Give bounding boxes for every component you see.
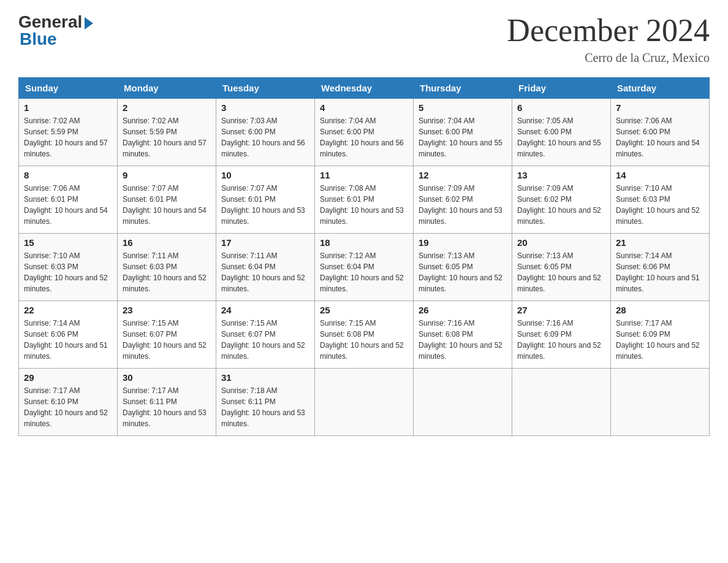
header-thursday: Thursday [414,78,512,99]
day-cell: 16 Sunrise: 7:11 AMSunset: 6:03 PMDaylig… [118,234,216,301]
day-info: Sunrise: 7:07 AMSunset: 6:01 PMDaylight:… [221,184,305,226]
day-cell [611,369,710,436]
day-info: Sunrise: 7:11 AMSunset: 6:04 PMDaylight:… [221,251,305,293]
day-number: 3 [221,102,309,113]
header-monday: Monday [118,78,216,99]
day-number: 24 [221,305,309,315]
location-text: Cerro de la Cruz, Mexico [507,51,710,65]
day-cell: 11 Sunrise: 7:08 AMSunset: 6:01 PMDaylig… [315,166,414,234]
day-cell: 24 Sunrise: 7:15 AMSunset: 6:07 PMDaylig… [216,301,315,369]
day-number: 13 [517,170,605,180]
day-cell [512,369,611,436]
day-info: Sunrise: 7:15 AMSunset: 6:08 PMDaylight:… [320,319,404,361]
day-number: 20 [517,237,605,248]
day-cell: 14 Sunrise: 7:10 AMSunset: 6:03 PMDaylig… [611,166,710,234]
day-cell: 18 Sunrise: 7:12 AMSunset: 6:04 PMDaylig… [315,234,414,301]
day-info: Sunrise: 7:15 AMSunset: 6:07 PMDaylight:… [221,319,305,361]
day-number: 21 [616,237,704,248]
day-info: Sunrise: 7:10 AMSunset: 6:03 PMDaylight:… [24,251,108,293]
day-number: 4 [320,102,408,113]
week-row-5: 29 Sunrise: 7:17 AMSunset: 6:10 PMDaylig… [19,369,710,436]
day-info: Sunrise: 7:04 AMSunset: 6:00 PMDaylight:… [320,117,404,158]
day-cell: 22 Sunrise: 7:14 AMSunset: 6:06 PMDaylig… [19,301,118,369]
day-cell: 9 Sunrise: 7:07 AMSunset: 6:01 PMDayligh… [118,166,216,234]
day-info: Sunrise: 7:06 AMSunset: 6:01 PMDaylight:… [24,184,108,226]
day-cell: 2 Sunrise: 7:02 AMSunset: 5:59 PMDayligh… [118,99,216,166]
day-info: Sunrise: 7:03 AMSunset: 6:00 PMDaylight:… [221,117,305,158]
day-number: 31 [221,372,309,383]
day-cell: 29 Sunrise: 7:17 AMSunset: 6:10 PMDaylig… [19,369,118,436]
day-info: Sunrise: 7:17 AMSunset: 6:09 PMDaylight:… [616,319,700,361]
day-info: Sunrise: 7:02 AMSunset: 5:59 PMDaylight:… [24,117,108,158]
month-title: December 2024 [507,12,710,48]
title-section: December 2024 Cerro de la Cruz, Mexico [507,12,710,65]
week-row-3: 15 Sunrise: 7:10 AMSunset: 6:03 PMDaylig… [19,234,710,301]
day-info: Sunrise: 7:09 AMSunset: 6:02 PMDaylight:… [517,184,601,226]
day-cell: 27 Sunrise: 7:16 AMSunset: 6:09 PMDaylig… [512,301,611,369]
day-info: Sunrise: 7:10 AMSunset: 6:03 PMDaylight:… [616,184,700,226]
day-number: 25 [320,305,408,315]
day-info: Sunrise: 7:04 AMSunset: 6:00 PMDaylight:… [419,117,502,158]
day-number: 7 [616,102,704,113]
day-info: Sunrise: 7:17 AMSunset: 6:10 PMDaylight:… [24,386,108,428]
day-cell: 7 Sunrise: 7:06 AMSunset: 6:00 PMDayligh… [611,99,710,166]
day-number: 28 [616,305,704,315]
day-cell: 10 Sunrise: 7:07 AMSunset: 6:01 PMDaylig… [216,166,315,234]
day-number: 2 [123,102,211,113]
day-info: Sunrise: 7:16 AMSunset: 6:09 PMDaylight:… [517,319,601,361]
day-info: Sunrise: 7:14 AMSunset: 6:06 PMDaylight:… [24,319,108,361]
day-cell: 12 Sunrise: 7:09 AMSunset: 6:02 PMDaylig… [414,166,512,234]
day-number: 27 [517,305,605,315]
header-sunday: Sunday [19,78,118,99]
header-row: SundayMondayTuesdayWednesdayThursdayFrid… [19,78,710,99]
day-number: 6 [517,102,605,113]
day-number: 10 [221,170,309,180]
day-info: Sunrise: 7:13 AMSunset: 6:05 PMDaylight:… [419,251,502,293]
day-number: 30 [123,372,211,383]
day-number: 18 [320,237,408,248]
day-number: 16 [123,237,211,248]
day-cell: 4 Sunrise: 7:04 AMSunset: 6:00 PMDayligh… [315,99,414,166]
day-number: 19 [419,237,507,248]
day-cell: 30 Sunrise: 7:17 AMSunset: 6:11 PMDaylig… [118,369,216,436]
header-friday: Friday [512,78,611,99]
day-cell: 20 Sunrise: 7:13 AMSunset: 6:05 PMDaylig… [512,234,611,301]
week-row-4: 22 Sunrise: 7:14 AMSunset: 6:06 PMDaylig… [19,301,710,369]
day-number: 5 [419,102,507,113]
day-cell: 25 Sunrise: 7:15 AMSunset: 6:08 PMDaylig… [315,301,414,369]
day-info: Sunrise: 7:08 AMSunset: 6:01 PMDaylight:… [320,184,404,226]
day-number: 17 [221,237,309,248]
logo-triangle-icon [85,17,93,29]
header-wednesday: Wednesday [315,78,414,99]
day-cell: 26 Sunrise: 7:16 AMSunset: 6:08 PMDaylig… [414,301,512,369]
day-number: 22 [24,305,112,315]
day-cell [414,369,512,436]
week-row-1: 1 Sunrise: 7:02 AMSunset: 5:59 PMDayligh… [19,99,710,166]
day-cell: 23 Sunrise: 7:15 AMSunset: 6:07 PMDaylig… [118,301,216,369]
day-cell: 21 Sunrise: 7:14 AMSunset: 6:06 PMDaylig… [611,234,710,301]
day-info: Sunrise: 7:16 AMSunset: 6:08 PMDaylight:… [419,319,502,361]
day-number: 29 [24,372,112,383]
day-cell: 17 Sunrise: 7:11 AMSunset: 6:04 PMDaylig… [216,234,315,301]
day-info: Sunrise: 7:09 AMSunset: 6:02 PMDaylight:… [419,184,502,226]
day-cell: 28 Sunrise: 7:17 AMSunset: 6:09 PMDaylig… [611,301,710,369]
day-info: Sunrise: 7:11 AMSunset: 6:03 PMDaylight:… [123,251,207,293]
day-number: 8 [24,170,112,180]
day-info: Sunrise: 7:07 AMSunset: 6:01 PMDaylight:… [123,184,207,226]
day-number: 11 [320,170,408,180]
day-number: 15 [24,237,112,248]
logo: General Blue [18,12,93,49]
day-info: Sunrise: 7:02 AMSunset: 5:59 PMDaylight:… [123,117,207,158]
calendar-table: SundayMondayTuesdayWednesdayThursdayFrid… [18,77,710,436]
day-cell: 13 Sunrise: 7:09 AMSunset: 6:02 PMDaylig… [512,166,611,234]
week-row-2: 8 Sunrise: 7:06 AMSunset: 6:01 PMDayligh… [19,166,710,234]
day-cell: 8 Sunrise: 7:06 AMSunset: 6:01 PMDayligh… [19,166,118,234]
day-cell: 19 Sunrise: 7:13 AMSunset: 6:05 PMDaylig… [414,234,512,301]
day-info: Sunrise: 7:15 AMSunset: 6:07 PMDaylight:… [123,319,207,361]
day-cell: 1 Sunrise: 7:02 AMSunset: 5:59 PMDayligh… [19,99,118,166]
day-cell: 5 Sunrise: 7:04 AMSunset: 6:00 PMDayligh… [414,99,512,166]
page-header: General Blue December 2024 Cerro de la C… [18,12,710,65]
day-info: Sunrise: 7:14 AMSunset: 6:06 PMDaylight:… [616,251,700,293]
day-number: 26 [419,305,507,315]
day-number: 12 [419,170,507,180]
